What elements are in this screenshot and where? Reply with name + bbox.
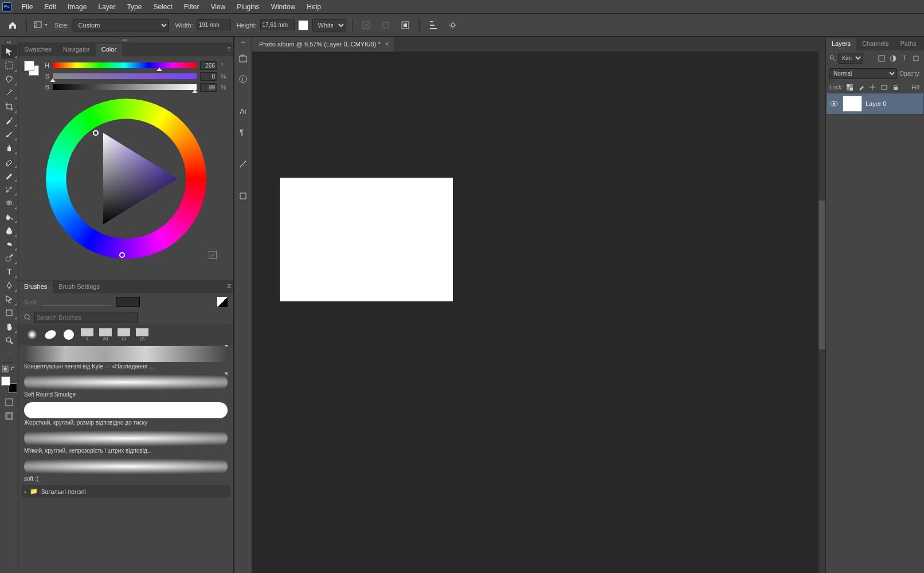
screen-mode-standard[interactable] — [1, 395, 17, 409]
bri-slider[interactable] — [53, 84, 197, 90]
tab-brush-settings[interactable]: Brush Settings — [53, 281, 105, 293]
more-tools[interactable]: ⋯ — [1, 347, 17, 361]
tab-layers[interactable]: Layers — [826, 38, 856, 50]
zoom-tool[interactable] — [1, 333, 17, 347]
tab-close-icon[interactable]: × — [385, 40, 389, 48]
clone-tool[interactable] — [1, 141, 17, 155]
menu-image[interactable]: Image — [62, 1, 92, 13]
hue-input[interactable] — [200, 61, 217, 70]
smudge-tool[interactable] — [1, 237, 17, 251]
menu-file[interactable]: File — [16, 1, 38, 13]
content-aware-icon[interactable] — [397, 17, 413, 33]
brush-preview-icon[interactable] — [217, 297, 228, 307]
brush-tool[interactable] — [1, 127, 17, 141]
wand-tool[interactable] — [1, 86, 17, 100]
sat-slider[interactable] — [53, 73, 197, 79]
layer-name[interactable]: Layer 0 — [866, 100, 887, 107]
brush-item[interactable]: soft :( — [22, 457, 230, 485]
filter-adjust-icon[interactable] — [888, 54, 898, 63]
layer-thumbnail[interactable] — [843, 96, 862, 112]
size-preset-select[interactable]: Custom — [72, 19, 169, 32]
healing-tool[interactable] — [1, 196, 17, 210]
ring-indicator-icon[interactable] — [119, 252, 125, 258]
straighten-icon[interactable] — [378, 17, 394, 33]
info-icon[interactable]: i — [236, 72, 250, 86]
menu-filter[interactable]: Filter — [178, 1, 205, 13]
path-select-tool[interactable] — [1, 292, 17, 306]
marquee-tool[interactable] — [1, 58, 17, 72]
brush-thumb[interactable]: 20 — [97, 327, 113, 343]
layer-item[interactable]: Layer 0 — [826, 93, 924, 115]
width-input[interactable] — [197, 19, 231, 30]
document-tab[interactable]: Photo album @ 9,57% (Layer 0, CMYK/8) * … — [252, 37, 394, 52]
tab-paths[interactable]: Paths — [895, 38, 922, 50]
quick-mask-icon[interactable] — [1, 364, 9, 374]
brush-item[interactable]: М'який, круглий, непрозорість і штрих ві… — [22, 429, 230, 457]
sat-input[interactable] — [200, 72, 217, 81]
tab-brushes[interactable]: Brushes — [18, 281, 53, 293]
tab-color[interactable]: Color — [96, 44, 122, 56]
menu-window[interactable]: Window — [265, 1, 302, 13]
tab-navigator[interactable]: Navigator — [57, 44, 96, 56]
brush-thumb[interactable]: 10 — [116, 327, 132, 343]
brush-item[interactable]: Жорсткий, круглий, розмір відповідно до … — [22, 401, 230, 429]
bg-select[interactable]: White — [312, 19, 346, 32]
filter-pixel-icon[interactable] — [877, 54, 886, 63]
eyedropper-tool[interactable] — [1, 113, 17, 127]
tab-channels[interactable]: Channels — [856, 38, 894, 50]
color-panel-fgbg[interactable] — [24, 61, 39, 76]
bucket-tool[interactable] — [1, 210, 17, 223]
canvas-artboard[interactable] — [280, 178, 453, 301]
character-icon[interactable]: A — [236, 104, 250, 118]
lock-artboard-icon[interactable] — [880, 83, 889, 92]
lock-position-icon[interactable] — [868, 83, 878, 92]
screen-mode-full[interactable] — [1, 409, 17, 423]
crop-delete-icon[interactable] — [358, 17, 374, 33]
bg-color-swatch[interactable] — [298, 20, 308, 30]
blend-mode-select[interactable]: Normal — [829, 68, 897, 79]
brush-item[interactable]: ⚑Концептуальні пензлі від Kyle — «Наклад… — [22, 345, 230, 373]
paragraph-icon[interactable]: ¶ — [236, 125, 250, 139]
height-input[interactable] — [260, 19, 295, 30]
menu-help[interactable]: Help — [301, 1, 327, 13]
brush-search-input[interactable] — [34, 312, 138, 323]
brush-item[interactable]: ⚑Soft Round Smudge — [22, 373, 230, 401]
crop-tool[interactable] — [1, 100, 17, 113]
lasso-tool[interactable] — [1, 72, 17, 86]
tab-swatches[interactable]: Swatches — [18, 44, 57, 56]
menu-plugins[interactable]: Plugins — [231, 1, 265, 13]
filter-shape-icon[interactable] — [911, 54, 921, 63]
history-brush-tool[interactable] — [1, 182, 17, 196]
menu-view[interactable]: View — [205, 1, 231, 13]
home-button[interactable] — [5, 17, 21, 33]
lock-image-icon[interactable] — [857, 83, 866, 92]
pen-tool[interactable] — [1, 278, 17, 292]
brush-list[interactable]: ⚑Концептуальні пензлі від Kyle — «Наклад… — [18, 345, 233, 573]
panel-menu-icon[interactable]: ≡ — [227, 282, 231, 290]
move-tool[interactable] — [1, 45, 17, 58]
fg-bg-colors[interactable] — [1, 376, 17, 393]
eraser-tool[interactable] — [1, 155, 17, 168]
vertical-scrollbar[interactable] — [819, 52, 825, 573]
toolbar-collapse-icon[interactable]: ▸▸ — [0, 39, 18, 45]
settings-icon[interactable] — [445, 17, 461, 33]
panel-collapse-icon[interactable]: ◂◂ — [236, 39, 250, 45]
color-wheel[interactable]: ⤢ — [46, 99, 206, 259]
shape-tool[interactable] — [1, 306, 17, 320]
panel-menu-icon[interactable]: ≡ — [227, 45, 231, 53]
menu-type[interactable]: Type — [121, 1, 147, 13]
menu-layer[interactable]: Layer — [92, 1, 121, 13]
brush-thumb[interactable]: 9 — [79, 327, 95, 343]
brush-thumb[interactable]: 15 — [134, 327, 150, 343]
menu-select[interactable]: Select — [147, 1, 178, 13]
panel-collapse-icon[interactable]: ◂◂ — [18, 37, 233, 42]
brush-thumb[interactable] — [61, 327, 77, 343]
scrollbar-thumb[interactable] — [819, 201, 825, 350]
tool-preset-button[interactable]: ▼ — [33, 17, 49, 33]
lock-transparent-icon[interactable] — [845, 83, 855, 92]
wheel-expand-icon[interactable]: ⤢ — [209, 251, 217, 259]
brush-thumb[interactable] — [42, 327, 58, 343]
canvas-viewport[interactable] — [252, 52, 825, 573]
artboard-icon[interactable] — [236, 189, 250, 203]
swap-colors-icon[interactable] — [9, 364, 17, 374]
